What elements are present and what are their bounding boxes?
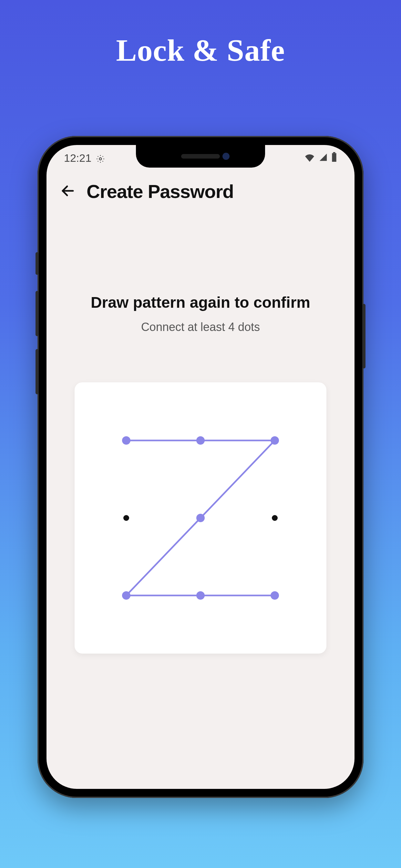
instruction-heading: Draw pattern again to confirm <box>91 293 310 311</box>
app-bar: Create Password <box>47 181 354 202</box>
pattern-input-card[interactable] <box>74 382 327 654</box>
instruction-subheading: Connect at least 4 dots <box>141 320 260 334</box>
status-time: 12:21 <box>64 152 91 164</box>
signal-icon <box>318 152 328 164</box>
phone-side-button <box>35 291 39 336</box>
svg-point-0 <box>99 158 102 160</box>
pattern-dot-1[interactable] <box>122 436 130 445</box>
phone-notch <box>136 145 265 167</box>
phone-frame: 12:21 <box>37 136 364 798</box>
phone-camera <box>222 153 229 160</box>
wifi-icon <box>304 152 315 164</box>
page-title: Create Password <box>87 181 234 202</box>
pattern-dot-7[interactable] <box>122 591 130 600</box>
pattern-dot-4[interactable] <box>123 515 129 521</box>
pattern-dot-8[interactable] <box>196 591 205 600</box>
svg-rect-2 <box>332 153 336 162</box>
phone-screen: 12:21 <box>47 145 354 789</box>
pattern-grid[interactable] <box>74 382 327 654</box>
phone-side-button <box>35 349 39 394</box>
pattern-dot-6[interactable] <box>272 515 278 521</box>
content-area: Draw pattern again to confirm Connect at… <box>47 293 354 654</box>
arrow-left-icon <box>60 183 75 200</box>
pattern-dot-5[interactable] <box>196 514 205 522</box>
pattern-dot-9[interactable] <box>271 591 279 600</box>
back-button[interactable] <box>58 182 78 201</box>
pattern-dot-2[interactable] <box>196 436 205 445</box>
phone-side-button <box>35 252 39 275</box>
gear-icon <box>96 153 105 162</box>
phone-side-button <box>362 304 366 368</box>
battery-icon <box>331 152 337 164</box>
pattern-dot-3[interactable] <box>271 436 279 445</box>
promo-title: Lock & Safe <box>116 32 285 68</box>
svg-rect-1 <box>333 152 335 153</box>
phone-speaker <box>181 154 220 159</box>
